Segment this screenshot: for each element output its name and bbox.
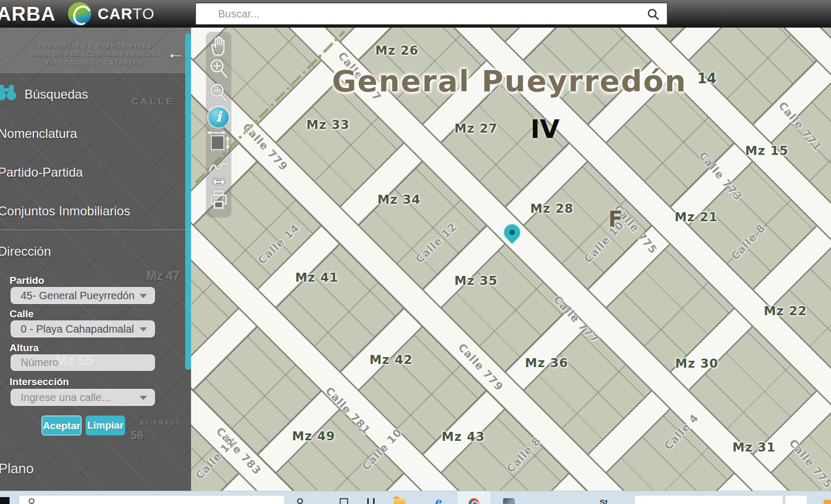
chrome-active-highlight[interactable]: [457, 491, 490, 504]
divider: [0, 73, 191, 73]
taskbar-partial-label: St: [600, 498, 608, 504]
sidebar-item-nomenclatura[interactable]: Nomenclatura: [0, 126, 77, 141]
altura-input[interactable]: [11, 355, 154, 370]
internet-explorer-icon[interactable]: e: [432, 497, 443, 504]
partido-select-value: 45- General Pueyrredón: [21, 290, 135, 302]
sidebar-scrollbar[interactable]: [185, 33, 191, 370]
arba-logo[interactable]: ARBA: [0, 3, 56, 25]
search-input[interactable]: [218, 3, 632, 24]
sidebar-item-label: Búsquedas: [24, 87, 88, 102]
measure-distance-tool[interactable]: ↔: [207, 175, 230, 188]
sidebar-item-label: Conjuntos Inmobiliarios: [0, 204, 130, 218]
sidebar: PROVINCIA DE BUENOS AIRES MINISTERIO DE …: [0, 28, 191, 491]
search-bar: [195, 3, 668, 25]
info-tool-active[interactable]: i: [209, 107, 229, 127]
partido-label: Partido: [10, 275, 44, 286]
interseccion-label: Intersección: [10, 376, 69, 388]
screen: ARBA CARTO PROVINCIA DE BUENOS AIRES MIN…: [0, 0, 831, 504]
taskbar-search-box[interactable]: [19, 495, 285, 504]
block-label: Mz 42: [369, 353, 412, 367]
map-canvas[interactable]: Calle 777Calle 779Calle 771Calle 773Call…: [191, 28, 831, 491]
print-tool[interactable]: [207, 189, 230, 210]
window-fragment[interactable]: [785, 495, 808, 504]
file-explorer-icon[interactable]: [394, 498, 405, 504]
block-label: Mz 34: [377, 193, 420, 206]
block-label: Mz 35: [454, 274, 497, 288]
start-button-icon[interactable]: [0, 497, 10, 504]
street-label: Calle 773: [696, 149, 745, 203]
pan-hand-tool[interactable]: [207, 35, 230, 56]
street-label: Calle 4: [662, 411, 701, 452]
title-superscript-label: 14: [697, 71, 716, 86]
map-marker-pin: [501, 221, 523, 244]
select-extent-tool[interactable]: [207, 129, 230, 156]
block-label: Mz 33: [306, 118, 349, 132]
search-icon[interactable]: [647, 8, 660, 23]
sidebar-item-plano[interactable]: Plano: [0, 460, 34, 477]
block-label: Mz 21: [674, 210, 717, 224]
calle-select-value: 0 - Playa Cahapadmalal: [21, 323, 134, 335]
interseccion-select[interactable]: Ingrese una calle...: [11, 389, 155, 406]
altura-field-wrap: [11, 354, 155, 371]
block-label: Mz 31: [732, 440, 775, 454]
texture-label: MINISTERIO DE ECONOMÍA Y HACIENDA: [19, 51, 172, 57]
carto-logo-text: CARTO: [98, 5, 155, 23]
texture-label: CALLE: [132, 97, 175, 107]
block-label: Mz 41: [295, 271, 338, 284]
divider: [0, 230, 191, 230]
sidebar-item-direccion[interactable]: Dirección: [0, 244, 51, 259]
chevron-down-icon: [140, 396, 147, 400]
sidebar-item-busquedas[interactable]: Búsquedas: [0, 84, 88, 105]
aceptar-button[interactable]: Aceptar: [41, 415, 82, 436]
texture-label: 56: [131, 429, 143, 442]
app-bars-icon[interactable]: [367, 498, 375, 504]
block-label: Mz 30: [675, 357, 718, 370]
street-label: Calle 775: [786, 437, 831, 491]
texture-label: AFIRMADO: [140, 420, 181, 426]
sidebar-item-partido-partida[interactable]: Partido-Partida: [0, 165, 83, 180]
street-label: Calle 12: [193, 435, 238, 482]
window-fragment[interactable]: [634, 495, 783, 504]
street-label: Calle 779: [456, 341, 506, 393]
notification-icon[interactable]: [824, 500, 831, 504]
section-label: F: [608, 207, 622, 231]
interseccion-select-placeholder: Ingrese una calle...: [21, 392, 110, 404]
block-label: Mz 15: [745, 144, 788, 158]
texture-label: DIRECCIÓN DE CATASTRO: [29, 59, 162, 66]
street-label: Calle 12: [413, 220, 459, 266]
search-taskbar-icon[interactable]: [297, 498, 303, 504]
calle-label: Calle: [10, 308, 33, 320]
task-view-icon[interactable]: [340, 498, 348, 504]
zone-label: IV: [530, 114, 559, 144]
partido-select[interactable]: 45- General Pueyrredón: [11, 287, 155, 304]
sidebar-item-label: Partido-Partida: [0, 165, 83, 179]
zoom-in-tool[interactable]: [207, 57, 230, 81]
sidebar-item-label: Dirección: [0, 244, 51, 258]
block-label: Mz 49: [292, 429, 335, 443]
texture-label: Mz 47: [146, 269, 180, 283]
chrome-icon[interactable]: [469, 498, 479, 504]
street-label: Calle 8: [504, 434, 543, 475]
sidebar-item-label: Nomenclatura: [0, 126, 77, 141]
app-header: ARBA CARTO: [0, 0, 831, 28]
collapse-sidebar-button[interactable]: ←: [167, 44, 185, 62]
block-label: Mz 36: [525, 356, 568, 370]
block-label: Mz 26: [375, 44, 418, 57]
carto-logo[interactable]: CARTO: [68, 2, 155, 25]
limpiar-button[interactable]: Limpiar: [85, 415, 125, 436]
gis-app-icon[interactable]: [503, 498, 515, 504]
street-label: Calle 777: [551, 293, 602, 345]
calle-select[interactable]: 0 - Playa Cahapadmalal: [11, 320, 155, 337]
block-label: Mz 28: [530, 202, 573, 215]
sidebar-item-conjuntos-inmobiliarios[interactable]: Conjuntos Inmobiliarios: [0, 204, 130, 219]
altura-label: Altura: [10, 342, 39, 354]
map-toolbar: i ↔: [206, 32, 231, 218]
taskbar-search-icon: [29, 498, 34, 504]
texture-label: PROVINCIA DE BUENOS AIRES: [29, 42, 162, 49]
street-label: Calle 14: [255, 221, 301, 267]
zoom-out-tool[interactable]: [207, 82, 230, 105]
chevron-down-icon: [140, 327, 147, 332]
partido-title-label: General Pueyrredón: [332, 64, 687, 98]
block-label: Mz 22: [764, 304, 807, 318]
street-label: Calle 779: [240, 120, 291, 173]
